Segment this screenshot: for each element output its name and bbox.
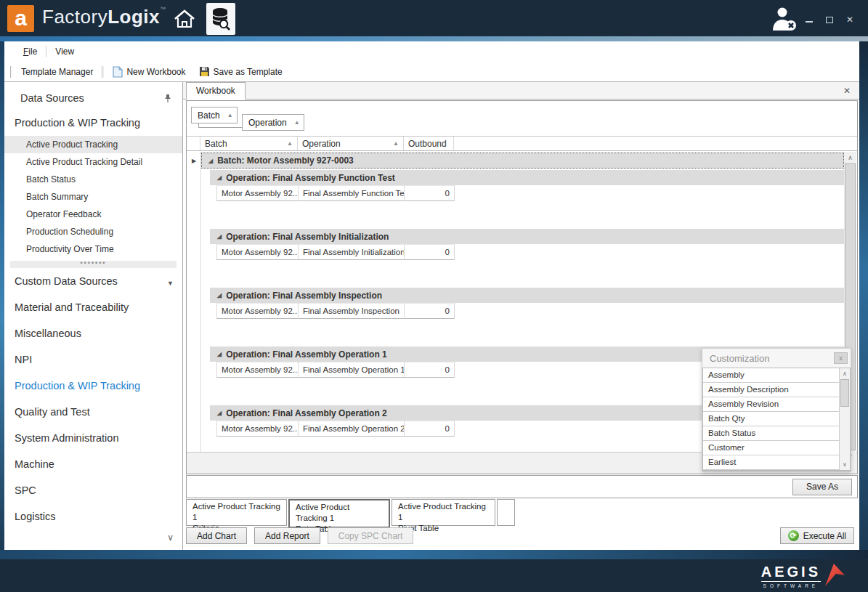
sidebar-item-production-scheduling[interactable]: Production Scheduling	[4, 223, 182, 240]
new-workbook-button[interactable]: New Workbook	[108, 65, 190, 79]
sidebar-section-miscellaneous[interactable]: Miscellaneous	[4, 320, 182, 346]
tab-workbook[interactable]: Workbook	[186, 82, 246, 100]
maximize-button[interactable]	[824, 15, 835, 25]
sidebar-section-material-and-traceability[interactable]: Material and Traceability	[4, 294, 182, 320]
batch-group-row[interactable]: ▶ ◢ Batch: Motor Assembly 927-0003	[187, 153, 857, 169]
sidebar-section-spc[interactable]: SPC	[4, 477, 182, 503]
group-by-operation-label: Operation	[248, 118, 287, 128]
menu-view[interactable]: View	[48, 44, 81, 59]
sidebar-item-active-product-tracking[interactable]: Active Product Tracking	[4, 136, 182, 153]
tab-new[interactable]	[497, 499, 515, 526]
cell-batch[interactable]: Motor Assembly 92...	[216, 185, 299, 201]
template-manager-button[interactable]: Template Manager	[17, 65, 97, 78]
cell-batch[interactable]: Motor Assembly 92...	[216, 303, 299, 319]
tab-criteria[interactable]: Active Product Tracking 1 Criteria	[186, 499, 287, 526]
logout-user-button[interactable]	[768, 6, 802, 32]
collapse-group-icon[interactable]: ◢	[217, 233, 222, 240]
chevron-down-icon[interactable]: ∨	[167, 532, 174, 543]
sidebar-item-batch-summary[interactable]: Batch Summary	[4, 188, 182, 206]
cell-outbound[interactable]: 0	[405, 362, 455, 378]
pin-icon[interactable]	[163, 94, 172, 103]
group-spacer	[187, 319, 857, 345]
field-batch-qty[interactable]: Batch Qty	[703, 412, 839, 426]
column-header-batch[interactable]: Batch ▲	[200, 137, 298, 150]
sidebar-section-quality-and-test[interactable]: Quality and Test	[4, 399, 182, 425]
sidebar-item-active-product-tracking-detail[interactable]: Active Product Tracking Detail	[4, 153, 182, 171]
save-as-button[interactable]: Save As	[792, 479, 852, 495]
tab-close-icon[interactable]: ✕	[843, 86, 851, 96]
operation-group-header[interactable]: ◢ Operation: Final Assembly Function Tes…	[210, 170, 844, 185]
column-header-outbound[interactable]: Outbound	[404, 137, 454, 150]
sidebar-section-production-wip-tracking[interactable]: Production & WIP Tracking	[4, 373, 182, 399]
menu-file[interactable]: File	[16, 44, 44, 59]
collapse-group-icon[interactable]: ◢	[217, 351, 222, 357]
cell-operation[interactable]: Final Assembly Operation 2	[299, 421, 405, 437]
cell-operation[interactable]: Final Assembly Operation 1	[299, 362, 405, 378]
scroll-up-icon[interactable]: ∧	[840, 368, 850, 379]
sidebar-section-logistics[interactable]: Logistics	[4, 503, 182, 530]
column-header-operation[interactable]: Operation ▲	[298, 137, 404, 150]
sidebar-section-custom-data-sources[interactable]: Custom Data Sources	[4, 268, 182, 294]
table-row[interactable]: Motor Assembly 92... Final Assembly Init…	[216, 244, 857, 260]
save-as-template-button[interactable]: Save as Template	[195, 65, 287, 78]
cell-operation[interactable]: Final Assembly Inspection	[299, 303, 405, 319]
collapse-group-icon[interactable]: ◢	[217, 292, 222, 299]
operation-group-header[interactable]: ◢ Operation: Final Assembly Initializati…	[210, 229, 844, 244]
field-batch-status[interactable]: Batch Status	[703, 426, 839, 441]
scroll-down-icon[interactable]: ▼	[167, 280, 174, 287]
field-customer[interactable]: Customer	[703, 441, 839, 455]
field-assembly-description[interactable]: Assembly Description	[703, 383, 839, 397]
tab-pivot-table[interactable]: Active Product Tracking 1 Pivot Table	[392, 499, 495, 526]
field-assembly[interactable]: Assembly	[703, 368, 839, 383]
minimize-button[interactable]	[804, 15, 814, 25]
add-chart-button[interactable]: Add Chart	[186, 527, 247, 544]
execute-all-button[interactable]: ⟳ Execute All	[780, 527, 854, 544]
cell-batch[interactable]: Motor Assembly 92...	[216, 244, 299, 260]
sidebar-item-batch-status[interactable]: Batch Status	[4, 171, 182, 188]
cell-outbound[interactable]: 0	[405, 185, 455, 201]
sidebar-group-header[interactable]: Production & WIP Tracking	[4, 111, 182, 136]
customization-scrollbar[interactable]: ∧ ∨	[839, 368, 850, 470]
field-assembly-revision[interactable]: Assembly Revision	[703, 397, 839, 412]
batch-group-header[interactable]: ◢ Batch: Motor Assembly 927-0003	[201, 153, 844, 169]
row-indicator-cell: ▶	[187, 153, 201, 169]
tab-data-table[interactable]: Active Product Tracking 1 Data Table	[288, 499, 390, 528]
close-button[interactable]: ✕	[845, 15, 855, 25]
customization-close-button[interactable]: x	[834, 352, 848, 364]
data-sources-title: Data Sources	[20, 92, 84, 104]
data-explorer-button[interactable]	[206, 3, 235, 35]
operation-group-header[interactable]: ◢ Operation: Final Assembly Inspection	[210, 288, 844, 303]
sidebar-item-operator-feedback[interactable]: Operator Feedback	[4, 206, 182, 223]
sidebar-item-productivity-over-time[interactable]: Productivity Over Time	[4, 240, 182, 258]
cell-operation[interactable]: Final Assembly Initialization	[299, 244, 405, 260]
toolbar-separator	[102, 66, 104, 78]
collapse-group-icon[interactable]: ◢	[208, 158, 213, 164]
cell-batch[interactable]: Motor Assembly 92...	[216, 421, 299, 437]
cell-operation[interactable]: Final Assembly Function Test	[299, 185, 405, 201]
cell-batch[interactable]: Motor Assembly 92...	[216, 362, 299, 378]
scrollbar-track[interactable]	[840, 407, 850, 459]
sidebar-section-machine[interactable]: Machine	[4, 451, 182, 477]
cell-outbound[interactable]: 0	[405, 244, 455, 260]
scroll-down-icon[interactable]: ∨	[840, 459, 850, 470]
home-button[interactable]	[170, 4, 199, 33]
sidebar-section-system-administration[interactable]: System Administration	[4, 425, 182, 451]
sidebar-splitter-handle[interactable]: •••••••	[10, 261, 177, 268]
cell-outbound[interactable]: 0	[405, 303, 455, 319]
collapse-group-icon[interactable]: ◢	[217, 174, 222, 181]
collapse-group-icon[interactable]: ◢	[217, 410, 222, 416]
scroll-up-icon[interactable]: ∧	[844, 152, 856, 163]
table-row[interactable]: Motor Assembly 92... Final Assembly Insp…	[216, 303, 857, 319]
scrollbar-thumb[interactable]	[840, 379, 849, 407]
add-report-button[interactable]: Add Report	[254, 527, 320, 544]
tab-title-line1: Active Product Tracking 1	[296, 502, 383, 524]
cell-outbound[interactable]: 0	[405, 421, 455, 437]
table-row[interactable]: Motor Assembly 92... Final Assembly Func…	[216, 185, 857, 201]
group-by-operation-button[interactable]: Operation ▲	[242, 114, 304, 131]
aegis-tagline: SOFTWARE	[763, 583, 819, 588]
group-by-batch-button[interactable]: Batch ▲	[191, 107, 238, 123]
menubar: File View	[4, 41, 859, 62]
sidebar-section-npi[interactable]: NPI	[4, 346, 182, 373]
field-earliest[interactable]: Earliest	[703, 455, 839, 470]
gutter-divider	[200, 152, 201, 452]
